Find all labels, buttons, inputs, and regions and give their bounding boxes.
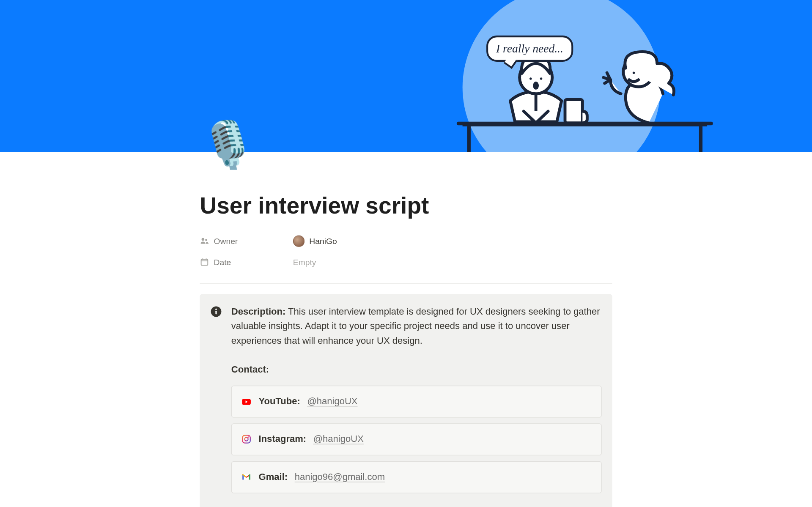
svg-rect-26 — [249, 474, 250, 480]
contact-heading: Contact: — [231, 363, 602, 378]
cover-illustration: I really need... — [451, 24, 719, 152]
calendar-icon — [200, 258, 209, 267]
people-icon — [200, 236, 209, 246]
svg-rect-9 — [565, 100, 582, 123]
svg-rect-20 — [215, 311, 217, 315]
page-properties: Owner HaniGo Date Empty — [200, 230, 612, 272]
svg-point-6 — [529, 77, 532, 80]
svg-rect-3 — [699, 126, 702, 152]
svg-point-24 — [248, 437, 249, 438]
page-icon[interactable]: 🎙️ — [200, 122, 256, 167]
contact-label: Instagram: — [259, 432, 307, 447]
description-callout[interactable]: Description: This user interview templat… — [200, 294, 612, 507]
svg-rect-22 — [242, 436, 250, 443]
instagram-icon — [241, 434, 252, 445]
youtube-icon — [241, 396, 252, 407]
date-value: Empty — [293, 258, 316, 267]
contact-card-instagram[interactable]: Instagram: @hanigoUX — [231, 423, 602, 455]
contact-card-youtube[interactable]: YouTube: @hanigoUX — [231, 386, 602, 417]
property-row-date[interactable]: Date Empty — [200, 252, 612, 273]
svg-point-19 — [215, 308, 217, 310]
cover-image: I really need... — [0, 0, 812, 152]
property-label: Date — [214, 258, 231, 267]
svg-point-7 — [540, 77, 543, 80]
contact-handle[interactable]: @hanigoUX — [307, 395, 357, 409]
svg-point-11 — [633, 71, 635, 74]
contact-label: YouTube: — [259, 395, 300, 409]
contact-label: Gmail: — [259, 470, 288, 484]
svg-point-23 — [245, 438, 248, 441]
svg-point-12 — [202, 238, 205, 241]
contact-handle[interactable]: @hanigoUX — [313, 432, 364, 447]
divider — [200, 283, 612, 283]
info-icon — [210, 304, 223, 499]
svg-rect-14 — [201, 259, 208, 265]
contact-handle[interactable]: hanigo96@gmail.com — [295, 470, 385, 484]
contact-card-gmail[interactable]: Gmail: hanigo96@gmail.com — [231, 461, 602, 493]
description-label: Description: — [231, 306, 286, 316]
owner-name: HaniGo — [309, 236, 337, 246]
svg-rect-2 — [467, 126, 471, 152]
owner-avatar — [293, 235, 305, 247]
speech-bubble-text: I really need... — [496, 42, 563, 55]
svg-point-8 — [533, 82, 539, 90]
page-title[interactable]: User interview script — [200, 152, 612, 219]
property-row-owner[interactable]: Owner HaniGo — [200, 230, 612, 252]
description-text: This user interview template is designed… — [231, 306, 600, 345]
svg-point-13 — [205, 239, 207, 241]
property-label: Owner — [214, 236, 238, 246]
speech-bubble: I really need... — [486, 36, 573, 62]
gmail-icon — [241, 472, 252, 482]
